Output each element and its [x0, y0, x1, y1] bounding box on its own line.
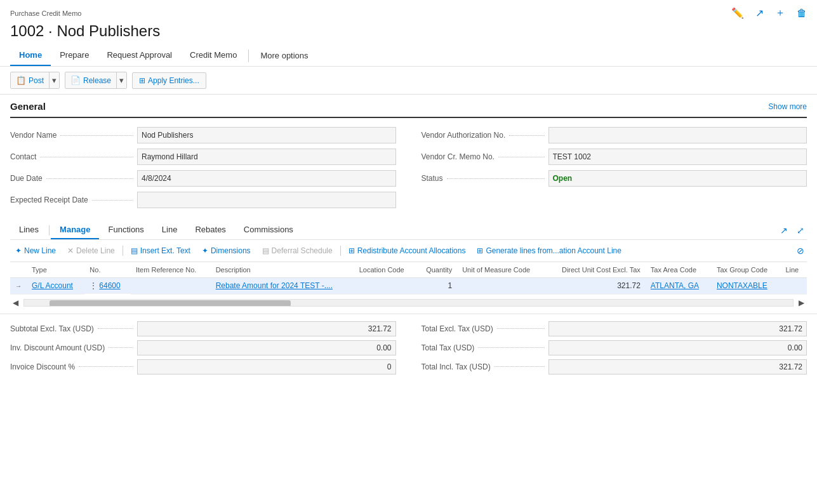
lines-tab-bar: Lines Manage Functions Line Rebates Comm… [10, 221, 807, 240]
post-button[interactable]: 📋 Post [11, 72, 49, 88]
deferral-schedule-button[interactable]: ▤ Deferral Schedule [257, 244, 338, 258]
insert-ext-text-button[interactable]: ▤ Insert Ext. Text [126, 244, 196, 258]
new-line-button[interactable]: ✦ New Line [10, 244, 61, 258]
share-icon[interactable]: ↗ [755, 7, 764, 19]
apply-entries-button[interactable]: ⊞ Apply Entries... [132, 72, 206, 89]
row-arrow-cell: → [10, 278, 27, 295]
row-desc-cell[interactable]: Rebate Amount for 2024 TEST -.... [211, 278, 354, 295]
total-tax-label: Total Tax (USD) [422, 343, 548, 352]
scroll-right-arrow[interactable]: ▶ [796, 296, 807, 310]
total-excl-tax-label: Total Excl. Tax (USD) [422, 324, 548, 333]
lines-tabs-right: ↗ ⤢ [778, 224, 807, 237]
dimensions-button[interactable]: ✦ Dimensions [197, 244, 256, 258]
pencil-icon[interactable]: ✏️ [731, 7, 744, 19]
total-incl-tax-row: Total Incl. Tax (USD) [422, 357, 807, 376]
inv-discount-row: Inv. Discount Amount (USD) [10, 338, 396, 357]
delete-line-label: Delete Line [76, 246, 115, 255]
nav-more-options[interactable]: More options [251, 46, 317, 65]
table-row[interactable]: → G/L Account ⋮ 64600 Rebate Amount for … [10, 278, 807, 295]
vendor-name-input[interactable] [137, 127, 396, 143]
contact-value [137, 149, 396, 165]
subtotal-value [137, 321, 396, 336]
vendor-cr-memo-input[interactable] [548, 149, 807, 165]
general-title: General [10, 101, 46, 112]
vendor-auth-input[interactable] [548, 127, 807, 143]
status-badge: Open [548, 170, 807, 187]
redistribute-icon: ⊞ [349, 246, 355, 255]
tab-functions[interactable]: Functions [99, 221, 152, 239]
row-no-cell[interactable]: ⋮ 64600 [84, 278, 131, 294]
lines-table-container: Type No. Item Reference No. Description … [10, 262, 807, 295]
tab-home[interactable]: Home [10, 45, 51, 66]
apply-entries-icon: ⊞ [139, 76, 145, 85]
vendor-name-value [137, 127, 396, 143]
tab-manage[interactable]: Manage [51, 221, 99, 239]
expected-receipt-label: Expected Receipt Date [10, 196, 137, 204]
row-type-cell[interactable]: G/L Account [27, 278, 84, 295]
page-subtitle-text: Purchase Credit Memo [10, 10, 82, 17]
post-dropdown[interactable]: 📋 Post ▾ [10, 72, 60, 89]
expected-receipt-value [137, 192, 396, 208]
tab-prepare[interactable]: Prepare [51, 45, 98, 66]
trash-icon[interactable]: 🗑 [797, 8, 807, 19]
expected-receipt-input[interactable] [137, 192, 396, 208]
delete-line-button[interactable]: ✕ Delete Line [62, 244, 120, 258]
invoice-discount-pct-input[interactable] [137, 359, 396, 375]
vendor-cr-memo-row: Vendor Cr. Memo No. [422, 146, 807, 168]
lines-share-icon[interactable]: ↗ [778, 224, 790, 237]
lines-expand-icon[interactable]: ⤢ [794, 224, 807, 237]
row-no-value[interactable]: 64600 [99, 281, 120, 290]
generate-lines-button[interactable]: ⊞ Generate lines from...ation Account Li… [472, 244, 626, 258]
total-tax-row: Total Tax (USD) [422, 338, 807, 357]
scroll-thumb[interactable] [50, 300, 291, 307]
lines-tabs-left: Lines Manage Functions Line Rebates Comm… [10, 221, 302, 239]
total-excl-tax-row: Total Excl. Tax (USD) [422, 319, 807, 338]
contact-input[interactable] [137, 149, 396, 165]
row-type-value[interactable]: G/L Account [32, 281, 73, 290]
vendor-auth-row: Vendor Authorization No. [422, 124, 807, 146]
lines-table: Type No. Item Reference No. Description … [10, 262, 807, 295]
row-tax-area-value[interactable]: ATLANTA, GA [651, 281, 699, 290]
row-more-icon[interactable]: ⋮ [90, 281, 97, 290]
release-button[interactable]: 📄 Release [65, 72, 116, 88]
release-arrow[interactable]: ▾ [116, 72, 126, 88]
general-section: General Show more Vendor Name Contact Du… [0, 95, 817, 211]
total-incl-tax-label: Total Incl. Tax (USD) [422, 362, 548, 371]
dimensions-label: Dimensions [211, 246, 251, 255]
lines-filter-icon[interactable]: ⊘ [794, 244, 807, 257]
tab-rebates[interactable]: Rebates [186, 221, 234, 239]
dimensions-icon: ✦ [202, 246, 208, 255]
total-incl-tax-input [548, 359, 807, 375]
redistribute-label: Redistribute Account Allocations [357, 246, 466, 255]
delete-line-icon: ✕ [67, 246, 74, 255]
total-tax-value [548, 340, 807, 355]
page-header: Purchase Credit Memo ✏️ ↗ ＋ 🗑 1002 · Nod… [0, 0, 817, 67]
col-description: Description [211, 262, 354, 278]
invoice-discount-pct-label: Invoice Discount % [10, 362, 137, 371]
scroll-track[interactable] [23, 299, 794, 307]
release-icon: 📄 [70, 76, 81, 85]
show-more-link[interactable]: Show more [768, 102, 807, 111]
tab-commissions[interactable]: Commissions [235, 221, 302, 239]
row-tax-group-value[interactable]: NONTAXABLE [717, 281, 767, 290]
tab-lines[interactable]: Lines [10, 221, 48, 239]
release-dropdown[interactable]: 📄 Release ▾ [65, 72, 127, 89]
subtotal-input [137, 321, 396, 336]
expected-receipt-row: Expected Receipt Date [10, 189, 396, 211]
main-toolbar: 📋 Post ▾ 📄 Release ▾ ⊞ Apply Entries... [0, 67, 817, 95]
total-excl-tax-value [548, 321, 807, 336]
scroll-left-arrow[interactable]: ◀ [10, 296, 21, 310]
header-icon-group: ✏️ ↗ ＋ 🗑 [731, 6, 807, 20]
row-desc-value[interactable]: Rebate Amount for 2024 TEST -.... [216, 281, 333, 290]
row-uom-cell [457, 278, 545, 295]
row-line-cell [780, 278, 807, 295]
post-arrow[interactable]: ▾ [49, 72, 59, 88]
plus-icon[interactable]: ＋ [775, 6, 785, 20]
col-tax-group: Tax Group Code [712, 262, 780, 278]
tab-line[interactable]: Line [153, 221, 187, 239]
tab-credit-memo[interactable]: Credit Memo [181, 45, 246, 66]
redistribute-button[interactable]: ⊞ Redistribute Account Allocations [343, 244, 471, 258]
due-date-input[interactable] [137, 170, 396, 187]
tab-request-approval[interactable]: Request Approval [98, 45, 181, 66]
lines-tab-sep1 [49, 225, 50, 235]
